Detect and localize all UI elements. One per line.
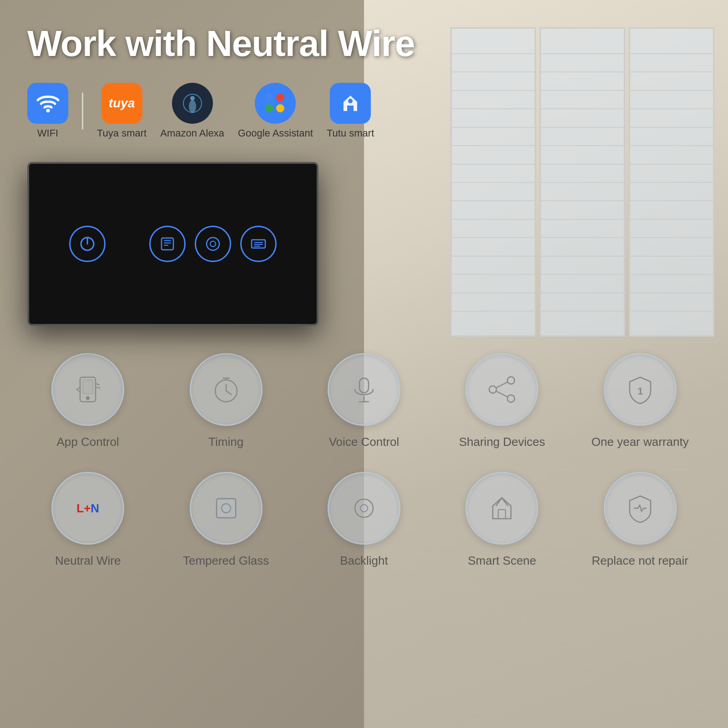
switch-group	[149, 226, 277, 262]
voice-control-label: Voice Control	[329, 435, 399, 449]
backlight-icon	[328, 472, 400, 545]
replace-icon	[604, 472, 677, 545]
feature-backlight: Backlight	[303, 472, 425, 568]
feature-tempered-glass: Tempered Glass	[165, 472, 286, 568]
svg-point-30	[507, 395, 515, 402]
feature-replace: Replace not repair	[580, 472, 701, 568]
compat-home: Tutu smart	[327, 83, 374, 139]
app-control-icon	[51, 353, 124, 426]
svg-point-28	[507, 377, 515, 384]
svg-point-2	[189, 100, 196, 113]
features-section: App Control Timing	[27, 353, 701, 568]
google-icon	[255, 83, 296, 124]
google-dots	[265, 93, 285, 113]
svg-rect-18	[83, 380, 93, 394]
svg-rect-25	[359, 378, 369, 393]
svg-point-29	[489, 386, 496, 393]
wifi-icon	[27, 83, 68, 124]
tempered-glass-label: Tempered Glass	[183, 554, 269, 568]
svg-line-31	[496, 382, 507, 388]
switch-display	[27, 162, 318, 326]
tempered-glass-icon	[190, 472, 263, 545]
wifi-label: WIFI	[37, 127, 58, 139]
voice-control-icon	[328, 353, 400, 426]
features-row-1: App Control Timing	[27, 353, 701, 449]
svg-rect-38	[498, 510, 506, 519]
compat-divider-1	[82, 93, 83, 129]
app-control-label: App Control	[57, 435, 119, 449]
switch-btn-up[interactable]	[149, 226, 186, 262]
page-title: Work with Neutral Wire	[27, 23, 701, 65]
svg-point-4	[348, 99, 353, 103]
compat-wifi: WIFI	[27, 83, 68, 139]
svg-text:1: 1	[637, 385, 643, 397]
svg-rect-34	[217, 499, 236, 518]
svg-point-11	[207, 238, 219, 250]
neutral-wire-label: Neutral Wire	[55, 554, 121, 568]
switch-btn-mid[interactable]	[195, 226, 231, 262]
google-label: Google Assistant	[238, 127, 313, 139]
power-button[interactable]	[69, 226, 106, 262]
home-label: Tutu smart	[327, 127, 374, 139]
tuya-label: Tuya smart	[97, 127, 147, 139]
feature-sharing: Sharing Devices	[441, 353, 562, 449]
warranty-icon: 1	[604, 353, 677, 426]
feature-app-control: App Control	[27, 353, 148, 449]
warranty-label: One year warranty	[592, 435, 689, 449]
ln-text: L+N	[76, 501, 99, 516]
svg-point-37	[360, 505, 368, 512]
svg-point-12	[210, 241, 216, 247]
feature-voice-control: Voice Control	[303, 353, 425, 449]
alexa-icon	[172, 83, 213, 124]
compat-google: Google Assistant	[238, 83, 313, 139]
sharing-label: Sharing Devices	[459, 435, 545, 449]
feature-neutral-wire: L+N Neutral Wire	[27, 472, 148, 568]
svg-rect-7	[162, 238, 173, 250]
feature-timing: Timing	[165, 353, 286, 449]
smart-scene-icon	[465, 472, 538, 545]
main-content: Work with Neutral Wire WIFI tuya Tuya sm…	[0, 0, 728, 728]
svg-point-0	[46, 109, 50, 112]
svg-line-32	[496, 391, 507, 397]
svg-point-3	[190, 96, 195, 101]
feature-smart-scene: Smart Scene	[441, 472, 562, 568]
compat-row: WIFI tuya Tuya smart Amazon Alexa	[27, 83, 701, 139]
compat-tuya: tuya Tuya smart	[97, 83, 147, 139]
tuya-icon: tuya	[101, 83, 142, 124]
smart-scene-label: Smart Scene	[468, 554, 536, 568]
sharing-icon	[465, 353, 538, 426]
neutral-wire-icon: L+N	[51, 472, 124, 545]
backlight-label: Backlight	[340, 554, 388, 568]
timing-icon	[190, 353, 263, 426]
switch-btn-right[interactable]	[240, 226, 277, 262]
home-icon	[330, 83, 371, 124]
alexa-label: Amazon Alexa	[160, 127, 224, 139]
svg-line-22	[226, 391, 231, 394]
compat-alexa: Amazon Alexa	[160, 83, 224, 139]
timing-label: Timing	[208, 435, 243, 449]
svg-point-19	[86, 397, 89, 399]
feature-warranty: 1 One year warranty	[580, 353, 701, 449]
replace-label: Replace not repair	[592, 554, 688, 568]
features-row-2: L+N Neutral Wire Tempered Glass	[27, 472, 701, 568]
